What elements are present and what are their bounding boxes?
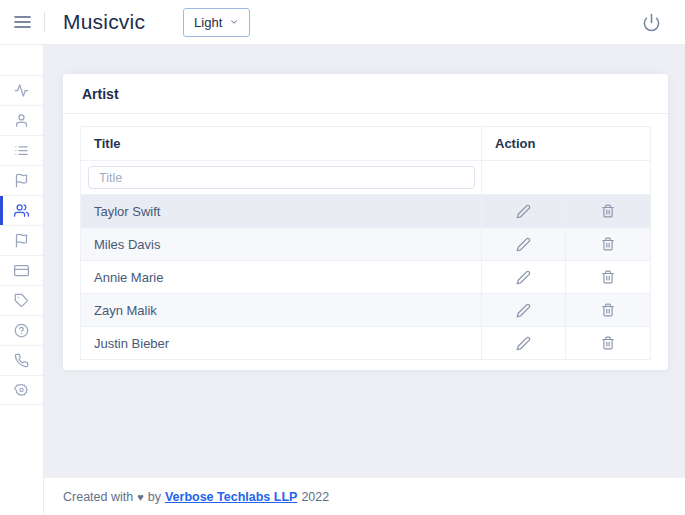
- table-header-row: Title Action: [81, 127, 651, 161]
- card-title: Artist: [63, 74, 668, 114]
- table-row[interactable]: Taylor Swift: [81, 195, 651, 228]
- help-circle-icon: [14, 323, 29, 338]
- sidebar-item-list[interactable]: [0, 135, 43, 165]
- activity-icon: [14, 83, 29, 98]
- content-area: Artist Title Action: [44, 45, 685, 478]
- hamburger-icon: [14, 15, 31, 29]
- sidebar-item-flag-2[interactable]: [0, 225, 43, 255]
- delete-button[interactable]: [599, 334, 617, 352]
- hamburger-menu-button[interactable]: [0, 0, 44, 44]
- artist-card: Artist Title Action: [63, 74, 668, 370]
- award-icon: [14, 383, 29, 398]
- artist-title-cell: Taylor Swift: [81, 195, 482, 228]
- trash-icon: [601, 270, 615, 284]
- delete-button[interactable]: [599, 301, 617, 319]
- edit-button[interactable]: [514, 301, 533, 320]
- sidebar: [0, 45, 44, 515]
- logout-button[interactable]: [642, 13, 661, 32]
- app-title: Musicvic: [63, 10, 145, 34]
- table-row[interactable]: Annie Marie: [81, 261, 651, 294]
- trash-icon: [601, 237, 615, 251]
- power-icon: [642, 13, 661, 32]
- flag-icon: [14, 233, 29, 248]
- sidebar-item-artists[interactable]: [0, 195, 43, 225]
- sidebar-item-cards[interactable]: [0, 255, 43, 285]
- filter-row-action-cell: [482, 161, 651, 195]
- column-header-title: Title: [81, 127, 482, 161]
- theme-select[interactable]: Light: [183, 8, 250, 37]
- sidebar-item-flag[interactable]: [0, 165, 43, 195]
- app-window: Musicvic Light: [0, 0, 685, 515]
- artist-title-cell: Zayn Malik: [81, 294, 482, 327]
- pencil-icon: [516, 303, 531, 318]
- title-filter-input[interactable]: [88, 166, 475, 189]
- trash-icon: [601, 303, 615, 317]
- footer-created-text: Created with: [63, 490, 133, 504]
- trash-icon: [601, 336, 615, 350]
- table-row[interactable]: Justin Bieber: [81, 327, 651, 360]
- company-link[interactable]: Verbose Techlabs LLP: [165, 490, 297, 504]
- edit-button[interactable]: [514, 235, 533, 254]
- sidebar-item-contact[interactable]: [0, 345, 43, 375]
- pencil-icon: [516, 270, 531, 285]
- topbar: Musicvic Light: [0, 0, 685, 45]
- footer-by-text: by: [148, 490, 161, 504]
- pencil-icon: [516, 204, 531, 219]
- artist-title-cell: Justin Bieber: [81, 327, 482, 360]
- user-icon: [14, 113, 29, 128]
- heart-icon: ♥: [137, 491, 144, 503]
- footer: Created with ♥ by Verbose Techlabs LLP 2…: [44, 478, 685, 515]
- chevron-down-icon: [229, 17, 239, 27]
- users-icon: [14, 203, 29, 218]
- filter-row: [81, 161, 651, 195]
- sidebar-item-user[interactable]: [0, 105, 43, 135]
- artist-title-cell: Miles Davis: [81, 228, 482, 261]
- table-row[interactable]: Miles Davis: [81, 228, 651, 261]
- delete-button[interactable]: [599, 268, 617, 286]
- sidebar-item-activity[interactable]: [0, 75, 43, 105]
- sidebar-item-tags[interactable]: [0, 285, 43, 315]
- edit-button[interactable]: [514, 334, 533, 353]
- topbar-divider: [44, 12, 45, 32]
- edit-button[interactable]: [514, 202, 533, 221]
- delete-button[interactable]: [599, 202, 617, 220]
- pencil-icon: [516, 336, 531, 351]
- edit-button[interactable]: [514, 268, 533, 287]
- footer-year: 2022: [301, 490, 329, 504]
- sidebar-item-badges[interactable]: [0, 375, 43, 405]
- delete-button[interactable]: [599, 235, 617, 253]
- theme-select-value: Light: [194, 15, 222, 30]
- column-header-action: Action: [482, 127, 651, 161]
- flag-icon: [14, 173, 29, 188]
- sidebar-item-help[interactable]: [0, 315, 43, 345]
- trash-icon: [601, 204, 615, 218]
- list-icon: [14, 143, 29, 158]
- pencil-icon: [516, 237, 531, 252]
- artist-title-cell: Annie Marie: [81, 261, 482, 294]
- phone-icon: [14, 353, 29, 368]
- tag-icon: [14, 293, 29, 308]
- table-row[interactable]: Zayn Malik: [81, 294, 651, 327]
- artist-table: Title Action: [80, 126, 651, 360]
- credit-card-icon: [14, 263, 29, 278]
